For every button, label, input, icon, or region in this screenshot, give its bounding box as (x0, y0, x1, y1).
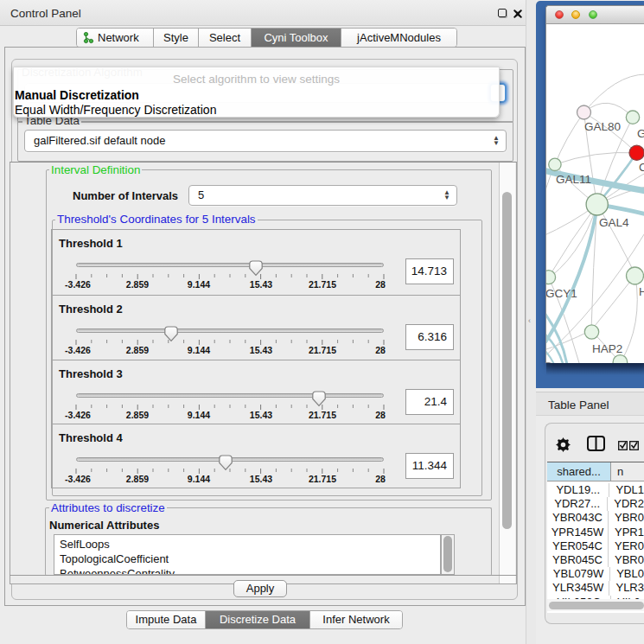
svg-text:GAL4: GAL4 (599, 216, 629, 229)
svg-text:GCY1: GCY1 (546, 287, 577, 300)
svg-text:G: G (637, 127, 644, 140)
svg-text:HAP2: HAP2 (592, 342, 622, 355)
svg-text:GAL80: GAL80 (584, 120, 621, 133)
svg-text:GAL11: GAL11 (556, 173, 591, 186)
svg-text:H: H (639, 285, 644, 298)
svg-text:C: C (639, 161, 644, 174)
